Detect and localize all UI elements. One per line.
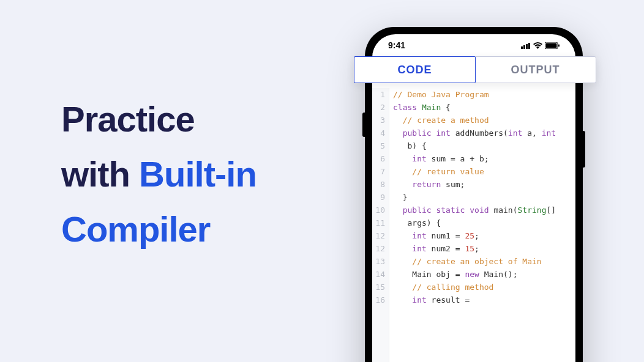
line-number: 9 xyxy=(372,191,385,204)
tab-code[interactable]: CODE xyxy=(354,56,476,83)
code-line: args) { xyxy=(393,216,575,229)
headline-line3-accent: Compiler xyxy=(61,209,210,249)
code-editor[interactable]: 1234567891011121213141516 // Demo Java P… xyxy=(372,56,575,362)
marketing-headline: Practice with Built-in Compiler xyxy=(61,92,256,257)
code-line: int result = xyxy=(393,294,575,306)
status-icons xyxy=(521,42,560,49)
code-line: } xyxy=(393,191,575,204)
line-number: 13 xyxy=(372,255,385,268)
line-number: 7 xyxy=(372,165,385,178)
line-number: 2 xyxy=(372,101,385,114)
line-number: 5 xyxy=(372,139,385,152)
headline-line2-plain: with xyxy=(61,154,139,194)
editor-tabs: CODE OUTPUT xyxy=(354,56,596,83)
code-line: int num1 = 25; xyxy=(393,229,575,242)
line-number: 16 xyxy=(372,294,385,306)
status-time: 9:41 xyxy=(388,40,405,50)
wifi-icon xyxy=(533,42,542,49)
code-line: class Main { xyxy=(393,101,575,114)
code-line: public int addNumbers(int a, int xyxy=(393,127,575,139)
code-line: int sum = a + b; xyxy=(393,152,575,165)
tab-output[interactable]: OUTPUT xyxy=(475,57,596,83)
battery-icon xyxy=(545,42,560,49)
line-number: 11 xyxy=(372,216,385,229)
code-line: return sum; xyxy=(393,178,575,191)
line-number: 4 xyxy=(372,127,385,139)
line-number: 3 xyxy=(372,114,385,127)
svg-rect-6 xyxy=(558,44,560,46)
code-line: b) { xyxy=(393,139,575,152)
line-number: 12 xyxy=(372,229,385,242)
code-line: // return value xyxy=(393,165,575,178)
code-line: // calling method xyxy=(393,281,575,294)
phone-screen: 9:41 1234567891011121213141516 // Demo J… xyxy=(372,34,575,362)
svg-rect-2 xyxy=(526,44,528,49)
line-number: 14 xyxy=(372,268,385,281)
line-number: 1 xyxy=(372,88,385,101)
code-line: Main obj = new Main(); xyxy=(393,268,575,281)
code-line: // create a method xyxy=(393,114,575,127)
line-number: 10 xyxy=(372,204,385,216)
code-line: int num2 = 15; xyxy=(393,242,575,255)
headline-line1: Practice xyxy=(61,99,195,139)
signal-icon xyxy=(521,42,531,49)
line-number: 15 xyxy=(372,281,385,294)
status-bar: 9:41 xyxy=(372,34,575,56)
svg-rect-0 xyxy=(521,46,523,49)
line-number: 8 xyxy=(372,178,385,191)
code-line: // create an object of Main xyxy=(393,255,575,268)
svg-rect-5 xyxy=(546,43,557,48)
svg-rect-3 xyxy=(528,43,530,49)
svg-rect-1 xyxy=(523,45,525,49)
line-gutter: 1234567891011121213141516 xyxy=(372,88,389,362)
headline-line2-accent: Built-in xyxy=(139,154,256,194)
code-line: // Demo Java Program xyxy=(393,88,575,101)
line-number: 6 xyxy=(372,152,385,165)
code-content[interactable]: // Demo Java Programclass Main { // crea… xyxy=(389,88,575,362)
code-line: public static void main(String[] xyxy=(393,204,575,216)
line-number: 12 xyxy=(372,242,385,255)
